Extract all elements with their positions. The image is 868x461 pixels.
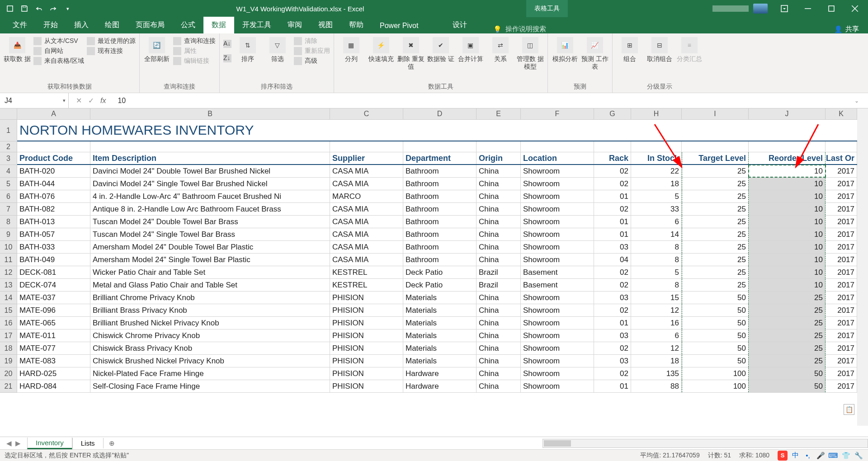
table-cell[interactable]: 5 (631, 190, 682, 202)
sheet-tab-lists[interactable]: Lists (72, 438, 104, 448)
table-cell[interactable]: China (476, 317, 521, 329)
table-cell[interactable]: PHISION (330, 304, 403, 316)
table-cell[interactable]: Materials (403, 342, 476, 354)
table-cell[interactable]: 2017 (826, 342, 857, 354)
from-web-button[interactable]: 自网站 (33, 47, 84, 55)
cancel-formula-icon[interactable]: ✕ (76, 96, 82, 105)
table-cell[interactable]: 2017 (826, 279, 857, 291)
table-cell[interactable]: 135 (631, 367, 682, 380)
table-cell[interactable]: 03 (594, 241, 631, 253)
row-header-3[interactable]: 3 (0, 152, 17, 165)
tell-me-search[interactable]: 💡 操作说明搜索 (493, 25, 546, 33)
table-cell[interactable]: Tuscan Model 24" Single Towel Bar Brass (90, 228, 330, 240)
table-cell[interactable]: Bathroom (403, 165, 476, 177)
table-cell[interactable]: 25 (682, 216, 749, 228)
horizontal-scrollbar[interactable] (542, 439, 868, 448)
table-cell[interactable]: China (476, 304, 521, 316)
flash-fill-button[interactable]: ⚡快速填充 (368, 35, 395, 63)
table-cell[interactable]: BATH-044 (17, 178, 90, 190)
table-cell[interactable]: China (476, 190, 521, 202)
table-cell[interactable]: PHISION (330, 355, 403, 367)
table-cell[interactable]: Nickel-Plated Face Frame Hinge (90, 367, 330, 380)
table-cell[interactable]: Antique 8 in. 2-Handle Low Arc Bathroom … (90, 203, 330, 215)
col-header-F[interactable]: F (521, 108, 594, 119)
table-cell[interactable]: China (476, 254, 521, 266)
col-header-B[interactable]: B (90, 108, 330, 119)
table-header[interactable]: Target Level (682, 152, 749, 164)
col-header-A[interactable]: A (17, 108, 90, 119)
table-cell[interactable]: Materials (403, 355, 476, 367)
table-cell[interactable]: CASA MIA (330, 178, 403, 190)
row-header-4[interactable]: 4 (0, 165, 17, 178)
table-header[interactable]: Supplier (330, 152, 403, 164)
table-cell[interactable]: 8 (631, 254, 682, 266)
table-cell[interactable]: 25 (749, 355, 826, 367)
table-cell[interactable]: 2017 (826, 165, 857, 177)
sheet-next-icon[interactable]: ▶ (15, 439, 21, 447)
row-header-21[interactable]: 21 (0, 380, 17, 393)
table-cell[interactable]: DECK-081 (17, 266, 90, 278)
tab-help[interactable]: 帮助 (341, 17, 372, 33)
table-cell[interactable]: Materials (403, 329, 476, 342)
ungroup-button[interactable]: ⊟取消组合 (646, 35, 673, 63)
table-cell[interactable]: China (476, 355, 521, 367)
table-cell[interactable]: 01 (594, 216, 631, 228)
table-cell[interactable]: 88 (631, 380, 682, 392)
table-cell[interactable]: 2017 (826, 355, 857, 367)
share-button[interactable]: 👤 共享 (834, 25, 859, 33)
table-cell[interactable]: Showroom (521, 304, 594, 316)
table-cell[interactable]: 50 (682, 342, 749, 354)
existing-conn-button[interactable]: 现有连接 (87, 47, 136, 55)
edit-links-button[interactable]: 编辑链接 (173, 57, 216, 65)
table-cell[interactable]: DECK-074 (17, 279, 90, 291)
table-cell[interactable]: 25 (682, 190, 749, 202)
table-cell[interactable]: Showroom (521, 190, 594, 202)
table-cell[interactable]: 2017 (826, 317, 857, 329)
table-cell[interactable]: MATE-065 (17, 317, 90, 329)
table-header[interactable]: Item Description (90, 152, 330, 164)
table-cell[interactable]: PHISION (330, 329, 403, 342)
table-cell[interactable]: Showroom (521, 254, 594, 266)
table-cell[interactable]: 02 (594, 266, 631, 278)
table-cell[interactable]: 01 (594, 380, 631, 392)
table-cell[interactable]: 10 (749, 228, 826, 240)
table-cell[interactable]: PHISION (330, 367, 403, 380)
table-cell[interactable]: MARCO (330, 190, 403, 202)
table-cell[interactable]: HARD-084 (17, 380, 90, 392)
table-cell[interactable]: BATH-013 (17, 216, 90, 228)
table-cell[interactable]: 15 (631, 292, 682, 304)
table-cell[interactable]: Davinci Model 24" Single Towel Bar Brush… (90, 178, 330, 190)
table-cell[interactable]: China (476, 292, 521, 304)
table-cell[interactable]: Amersham Model 24" Double Towel Bar Plas… (90, 241, 330, 253)
undo-icon[interactable] (33, 2, 45, 15)
table-cell[interactable]: Self-Closing Face Frame Hinge (90, 380, 330, 392)
table-cell[interactable]: Chiswick Brass Privacy Knob (90, 342, 330, 354)
enter-formula-icon[interactable]: ✓ (88, 96, 94, 105)
ime-skin-icon[interactable]: 👕 (841, 451, 851, 461)
redo-icon[interactable] (47, 2, 60, 15)
table-cell[interactable]: 02 (594, 279, 631, 291)
table-cell[interactable]: Showroom (521, 216, 594, 228)
tab-data[interactable]: 数据 (203, 17, 234, 33)
row-header-18[interactable]: 18 (0, 342, 17, 355)
tab-powerpivot[interactable]: Power Pivot (372, 18, 426, 33)
table-cell[interactable]: 25 (682, 254, 749, 266)
table-cell[interactable]: 2017 (826, 216, 857, 228)
row-header-2[interactable]: 2 (0, 141, 17, 152)
table-cell[interactable]: Wicker Patio Chair and Table Set (90, 266, 330, 278)
row-header-20[interactable]: 20 (0, 367, 17, 380)
table-cell[interactable]: BATH-033 (17, 241, 90, 253)
ime-tool-icon[interactable]: 🔧 (854, 451, 863, 461)
table-cell[interactable]: Materials (403, 304, 476, 316)
maximize-icon[interactable] (820, 0, 843, 17)
table-cell[interactable]: HARD-025 (17, 367, 90, 380)
table-header[interactable]: Rack (594, 152, 631, 164)
ime-punct-icon[interactable]: •, (803, 451, 813, 461)
table-cell[interactable]: Showroom (521, 329, 594, 342)
table-cell[interactable]: 02 (594, 165, 631, 177)
table-cell[interactable]: 50 (682, 355, 749, 367)
table-cell[interactable]: Brazil (476, 266, 521, 278)
table-cell[interactable]: 25 (682, 165, 749, 177)
table-cell[interactable]: Chiswick Chrome Privacy Knob (90, 329, 330, 342)
tab-page-layout[interactable]: 页面布局 (127, 17, 173, 33)
